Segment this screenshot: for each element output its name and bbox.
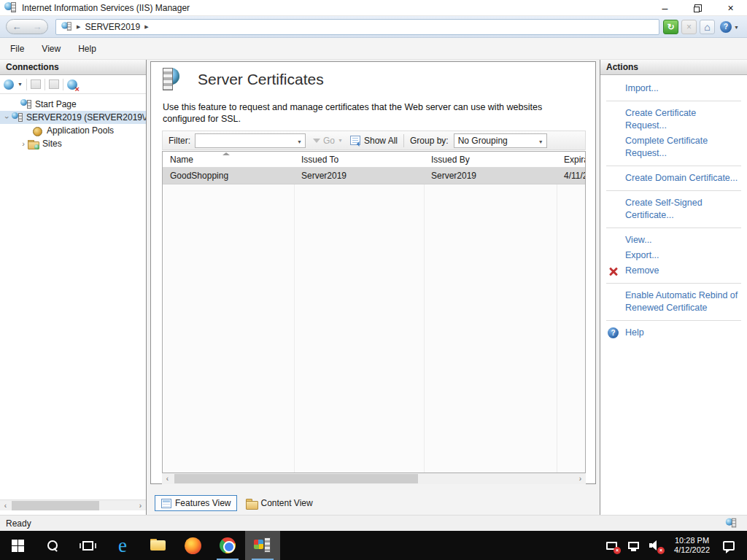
scroll-left-icon[interactable]: ‹ xyxy=(162,473,173,484)
tab-label: Features View xyxy=(175,498,231,508)
connections-horizontal-scrollbar[interactable]: ‹ › xyxy=(0,499,146,510)
menu-file[interactable]: File xyxy=(3,41,31,57)
stop-button[interactable]: × xyxy=(681,20,697,34)
edit-connection-icon[interactable] xyxy=(49,79,59,89)
list-header-row: Name Issued To Issued By Expirat xyxy=(163,152,585,168)
column-header-issued-by[interactable]: Issued By xyxy=(424,152,557,167)
column-divider[interactable] xyxy=(294,152,295,472)
network-tray-icon[interactable] xyxy=(624,537,642,554)
group-by-select[interactable]: No Grouping xyxy=(454,133,547,148)
refresh-button[interactable]: ↻ xyxy=(663,20,678,34)
task-view-button[interactable] xyxy=(70,531,105,560)
column-divider[interactable] xyxy=(424,152,425,472)
taskbar-clock[interactable]: 10:28 PM 4/12/2022 xyxy=(668,536,716,555)
scroll-right-icon[interactable]: › xyxy=(135,500,146,511)
menu-view[interactable]: View xyxy=(34,41,68,57)
connections-toolbar xyxy=(0,75,146,94)
chrome-button[interactable] xyxy=(210,531,245,560)
delete-connection-icon[interactable] xyxy=(67,79,77,90)
window-title: Internet Information Services (IIS) Mana… xyxy=(22,3,190,13)
action-export[interactable]: Export... xyxy=(606,248,741,263)
actions-header: Actions xyxy=(600,60,747,75)
go-dropdown-icon xyxy=(338,138,343,143)
scroll-right-icon[interactable]: › xyxy=(575,473,586,484)
tree-item-sites[interactable]: Sites xyxy=(0,137,146,150)
action-complete-certificate-request[interactable]: Complete Certificate Request... xyxy=(606,133,741,161)
tree-item-server[interactable]: SERVER2019 (SERVER2019\Admi xyxy=(0,111,146,124)
column-divider[interactable] xyxy=(557,152,557,472)
table-row[interactable]: GoodShopping Server2019 Server2019 4/11/… xyxy=(163,168,585,184)
volume-muted-tray-icon[interactable]: × xyxy=(646,537,664,554)
menu-help[interactable]: Help xyxy=(71,41,104,57)
internet-explorer-button[interactable]: e xyxy=(105,531,140,560)
go-button[interactable]: Go xyxy=(323,136,335,146)
save-connections-icon[interactable] xyxy=(31,79,41,89)
tree-item-start-page[interactable]: Start Page xyxy=(0,98,146,111)
internet-explorer-icon: e xyxy=(118,536,127,556)
scrollbar-thumb[interactable] xyxy=(12,501,99,510)
back-icon[interactable]: ← xyxy=(12,22,22,31)
list-horizontal-scrollbar[interactable]: ‹ › xyxy=(162,473,586,484)
start-page-icon xyxy=(20,99,32,110)
cell-expiration: 4/11/20 xyxy=(557,168,585,184)
back-forward-control: ← → xyxy=(6,19,48,34)
forward-icon[interactable]: → xyxy=(33,22,42,31)
action-center-icon xyxy=(723,541,735,551)
help-menu-button[interactable] xyxy=(718,20,741,34)
chevron-expanded-icon[interactable] xyxy=(3,113,12,122)
action-create-self-signed-certificate[interactable]: Create Self-Signed Certificate... xyxy=(606,195,741,223)
tab-content-view[interactable]: Content View xyxy=(240,496,318,510)
tree-item-application-pools[interactable]: Application Pools xyxy=(0,124,146,137)
view-tabs-bar: Features View Content View xyxy=(150,493,597,513)
column-header-issued-to[interactable]: Issued To xyxy=(294,152,424,167)
start-button[interactable] xyxy=(0,531,35,560)
group-by-value: No Grouping xyxy=(458,136,508,146)
action-create-domain-certificate[interactable]: Create Domain Certificate... xyxy=(606,171,741,186)
search-icon xyxy=(47,540,58,551)
action-remove[interactable]: Remove xyxy=(606,263,741,279)
action-center-button[interactable] xyxy=(720,537,738,554)
action-import[interactable]: Import... xyxy=(606,81,741,96)
search-button[interactable] xyxy=(35,531,70,560)
action-enable-automatic-rebind[interactable]: Enable Automatic Rebind of Renewed Certi… xyxy=(606,288,741,316)
cell-issued-to: Server2019 xyxy=(294,168,424,184)
tree-item-label: SERVER2019 (SERVER2019\Admi xyxy=(26,112,146,122)
breadcrumb-arrow-icon[interactable] xyxy=(144,24,148,30)
column-header-expiration[interactable]: Expirat xyxy=(557,152,585,167)
filter-label: Filter: xyxy=(169,136,190,146)
connection-dropdown-icon[interactable] xyxy=(18,82,23,87)
address-bar[interactable]: SERVER2019 xyxy=(55,19,659,35)
iis-manager-taskbar-button[interactable] xyxy=(245,531,280,560)
help-icon xyxy=(720,21,732,33)
tab-features-view[interactable]: Features View xyxy=(155,495,237,511)
scrollbar-thumb[interactable] xyxy=(174,474,418,483)
chevron-collapsed-icon[interactable] xyxy=(19,139,28,148)
restore-button[interactable] xyxy=(681,0,714,16)
help-dropdown-icon xyxy=(734,25,739,30)
clock-date: 4/12/2022 xyxy=(674,545,710,555)
scroll-left-icon[interactable]: ‹ xyxy=(0,500,11,511)
file-explorer-button[interactable] xyxy=(140,531,175,560)
firefox-button[interactable] xyxy=(175,531,210,560)
home-button[interactable]: ⌂ xyxy=(700,20,715,34)
breadcrumb-arrow-icon[interactable] xyxy=(77,24,80,30)
close-button[interactable]: × xyxy=(714,0,747,16)
minimize-button[interactable]: – xyxy=(649,0,681,16)
breadcrumb-server[interactable]: SERVER2019 xyxy=(85,22,140,32)
chrome-icon xyxy=(220,537,236,553)
show-all-button[interactable]: Show All xyxy=(364,136,398,146)
action-create-certificate-request[interactable]: Create Certificate Request... xyxy=(606,106,741,133)
create-connection-icon[interactable] xyxy=(4,79,14,90)
toolbar-separator xyxy=(63,79,63,90)
chevron-down-icon[interactable] xyxy=(538,139,543,144)
server-manager-tray-icon[interactable]: × xyxy=(603,537,620,554)
chevron-down-icon[interactable] xyxy=(297,139,302,144)
menu-bar: File View Help xyxy=(0,38,747,60)
file-explorer-icon xyxy=(150,540,166,551)
action-help[interactable]: Help xyxy=(606,325,741,341)
action-view[interactable]: View... xyxy=(606,233,741,248)
iis-manager-icon xyxy=(254,537,271,553)
filter-input[interactable] xyxy=(195,133,306,148)
help-icon xyxy=(608,327,619,338)
page-title: Server Certificates xyxy=(198,71,324,88)
